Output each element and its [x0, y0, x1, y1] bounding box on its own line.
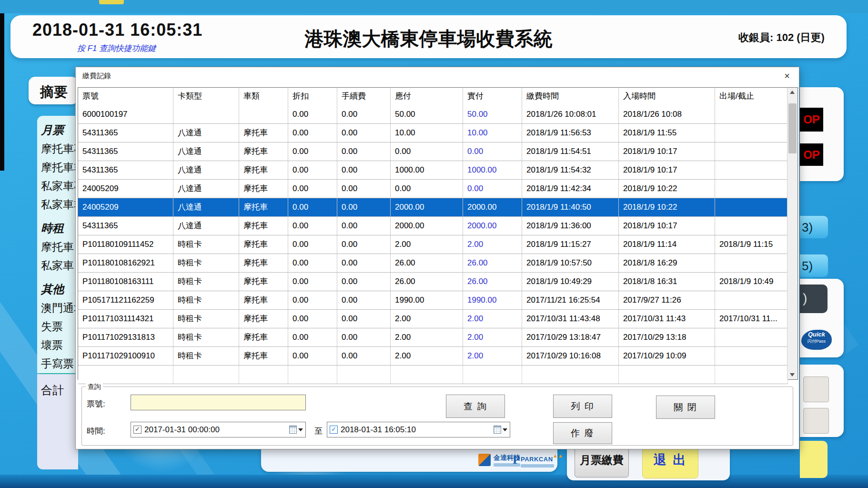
ticket-number-input[interactable] — [131, 395, 306, 410]
column-header-6[interactable]: 實付 — [463, 88, 522, 105]
partial-gray-button-1[interactable] — [803, 376, 829, 402]
table-cell: 1000.00 — [463, 161, 522, 179]
column-header-2[interactable]: 車類 — [239, 88, 288, 105]
scroll-down-icon[interactable] — [787, 370, 797, 379]
table-cell: 0.00 — [288, 328, 337, 346]
partial-gray-button-2[interactable] — [803, 408, 829, 434]
table-cell: 0.00 — [288, 180, 337, 198]
top-strip — [0, 0, 868, 13]
time-to-checkbox[interactable]: ✓ — [330, 426, 338, 434]
table-cell: 0.00 — [337, 328, 391, 346]
table-row[interactable]: P101180108162921時租卡摩托車0.000.0026.0026.00… — [78, 254, 788, 273]
dropdown-arrow-icon[interactable] — [503, 428, 507, 431]
sidebar-item: 私家車非 — [37, 195, 78, 214]
table-cell: P101171029131813 — [78, 328, 173, 346]
table-row[interactable]: 54311365八達通摩托車0.000.000.000.002018/1/9 1… — [78, 142, 788, 161]
column-header-1[interactable]: 卡類型 — [173, 88, 239, 105]
table-row[interactable]: 60001001970.000.0050.0050.002018/1/26 10… — [78, 105, 788, 124]
table-row[interactable]: P101171029100910時租卡摩托車0.000.002.002.0020… — [78, 347, 788, 366]
table-cell: 2018/1/9 11:55 — [619, 124, 715, 142]
table-cell: 2018/1/9 10:22 — [619, 180, 715, 198]
table-cell: 2018/1/9 11:15 — [715, 235, 788, 254]
payment-records-dialog: 繳費記錄 × 票號卡類型車類折扣手續費應付實付繳費時間入場時間出場/截止 600… — [75, 67, 799, 449]
table-cell: 摩托車 — [239, 180, 288, 198]
column-header-4[interactable]: 手續費 — [337, 88, 391, 105]
close-button[interactable]: 關 閉 — [656, 396, 715, 419]
table-cell: 0.00 — [337, 124, 391, 142]
table-cell: 2.00 — [463, 310, 522, 328]
dialog-title: 繳費記錄 — [82, 71, 111, 81]
summary-tab-label: 摘要 — [40, 83, 68, 102]
table-cell: 0.00 — [288, 124, 337, 142]
table-cell: 2018/1/9 10:17 — [619, 217, 715, 235]
table-cell: 摩托車 — [239, 254, 288, 272]
column-header-8[interactable]: 入場時間 — [619, 88, 715, 105]
scroll-up-icon[interactable] — [787, 88, 797, 97]
summary-tab[interactable]: 摘要 — [29, 77, 78, 104]
vertical-scrollbar[interactable] — [787, 88, 797, 379]
table-cell: 摩托車 — [239, 124, 288, 142]
table-cell: 2000.00 — [463, 198, 522, 216]
table-cell: 2018/1/8 16:29 — [619, 254, 715, 272]
table-cell: 2017/10/31 11... — [715, 310, 788, 328]
table-cell: 2018/1/9 11:36:00 — [522, 217, 619, 235]
sidebar-item: 手寫票 — [37, 355, 78, 373]
table-cell: 0.00 — [288, 254, 337, 272]
table-cell: 2017/10/31 11:43:48 — [522, 310, 619, 328]
table-cell: P101171031114321 — [78, 310, 173, 328]
print-button[interactable]: 列 印 — [553, 395, 612, 418]
sidebar-item: 摩托車非 — [37, 158, 78, 177]
calendar-icon[interactable] — [289, 426, 297, 434]
time-from-checkbox[interactable]: ✓ — [133, 426, 141, 434]
partial-yellow-button[interactable] — [800, 441, 828, 478]
table-row[interactable]: P101180109111452時租卡摩托車0.000.002.002.0020… — [78, 235, 788, 254]
close-icon[interactable]: × — [781, 70, 793, 81]
dropdown-arrow-icon[interactable] — [298, 428, 303, 431]
table-cell: 0.00 — [337, 347, 391, 365]
table-cell: 0.00 — [337, 105, 391, 123]
calendar-icon[interactable] — [494, 426, 501, 434]
time-from-picker[interactable]: ✓ 2017-01-31 00:00:00 — [131, 422, 306, 437]
column-header-3[interactable]: 折扣 — [288, 88, 337, 105]
table-cell: 2018/1/26 10:08 — [619, 105, 715, 123]
parkcan-crown-icon: ▲▲ — [553, 453, 563, 458]
column-header-5[interactable]: 應付 — [391, 88, 463, 105]
column-header-7[interactable]: 繳費時間 — [522, 88, 619, 105]
table-row[interactable]: P101171031114321時租卡摩托車0.000.002.002.0020… — [78, 310, 788, 328]
table-row[interactable]: P101180108163111時租卡摩托車0.000.0026.0026.00… — [78, 273, 788, 291]
table-row[interactable]: 54311365八達通摩托車0.000.002000.002000.002018… — [78, 217, 788, 235]
table-cell: 0.00 — [337, 142, 391, 161]
bottom-edge-strip — [0, 475, 868, 488]
void-button[interactable]: 作 廢 — [553, 422, 612, 444]
column-header-9[interactable]: 出場/截止 — [715, 88, 788, 105]
table-row[interactable]: 54311365八達通摩托車0.000.001000.001000.002018… — [78, 161, 788, 180]
scrollbar-thumb[interactable] — [788, 103, 797, 153]
sidebar-item: 摩托車專 — [37, 140, 78, 158]
table-cell: 八達通 — [173, 198, 239, 216]
table-row[interactable]: P101171029131813時租卡摩托車0.000.002.002.0020… — [78, 328, 788, 347]
search-button[interactable]: 查 詢 — [446, 395, 505, 418]
table-cell: 2017/10/29 10:09 — [619, 347, 715, 365]
table-row[interactable]: 24005209八達通摩托車0.000.002000.002000.002018… — [78, 198, 788, 217]
time-to-picker[interactable]: ✓ 2018-01-31 16:05:10 — [327, 422, 510, 437]
table-cell: 26.00 — [463, 273, 522, 291]
table-cell: 2017/11/21 16:25:54 — [522, 291, 619, 309]
table-cell: 摩托車 — [239, 291, 288, 309]
partial-button-5[interactable]: 5) — [800, 254, 828, 277]
table-row[interactable]: 24005209八達通摩托車0.000.000.000.002018/1/9 1… — [78, 180, 788, 198]
table-cell: 0.00 — [337, 273, 391, 291]
partial-button-3[interactable]: 3) — [800, 215, 828, 239]
partial-dark-button[interactable]: ) — [800, 285, 828, 313]
table-row[interactable]: P105171121162259時租卡摩托車0.000.001990.00199… — [78, 291, 788, 310]
table-cell: 2018/1/9 10:17 — [619, 161, 715, 179]
table-row[interactable]: 54311365八達通摩托車0.000.0010.0010.002018/1/9… — [78, 124, 788, 142]
table-cell: 2018/1/9 11:15:27 — [522, 235, 619, 254]
table-cell: 0.00 — [288, 217, 337, 235]
table-cell: 0.00 — [288, 198, 337, 216]
column-header-0[interactable]: 票號 — [78, 88, 173, 105]
sidebar-group-header: 時租 — [37, 219, 78, 238]
table-cell: 54311365 — [78, 142, 173, 161]
table-cell — [715, 161, 788, 179]
quickpass-subtext: 闪付Pass — [801, 339, 832, 343]
table-cell: 24005209 — [78, 180, 173, 198]
